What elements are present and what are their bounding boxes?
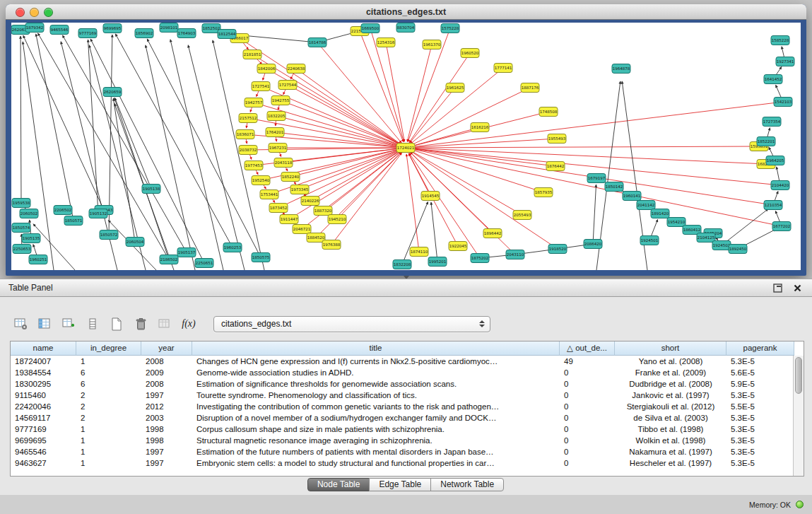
import-table-icon[interactable] bbox=[155, 315, 174, 333]
graph-node-label: 1764201 bbox=[266, 130, 284, 134]
table-cell-year: 2008 bbox=[141, 378, 192, 390]
table-toolbar: f(x) citations_edges.txt bbox=[11, 314, 490, 334]
create-column-icon[interactable] bbox=[59, 315, 78, 333]
close-window-button[interactable] bbox=[16, 8, 25, 17]
table-cell-short: Wolkin et al. (1998) bbox=[615, 435, 726, 446]
show-columns-icon[interactable] bbox=[35, 315, 54, 333]
graph-node-label: 2043118 bbox=[275, 160, 293, 165]
table-cell-pagerank: 5.3E-5 bbox=[726, 435, 794, 446]
table-cell-title: Estimation of the future numbers of pati… bbox=[192, 446, 560, 457]
table-row[interactable]: 911546021997Tourette syndrome. Phenomeno… bbox=[11, 390, 804, 401]
graph-node-label: 1911447 bbox=[281, 217, 298, 221]
table-cell-title: Embryonic stem cells: a model to study s… bbox=[192, 457, 560, 469]
graph-node-label: 1852240 bbox=[282, 175, 300, 179]
graph-node-label: 1832208 bbox=[394, 262, 411, 267]
table-cell-title: Corpus callosum shape and size in male p… bbox=[192, 424, 560, 435]
table-panel-header: Table Panel bbox=[0, 279, 812, 297]
table-mode-icon[interactable] bbox=[11, 315, 30, 333]
column-header-year[interactable]: year bbox=[141, 341, 192, 356]
function-builder-icon[interactable]: f(x) bbox=[180, 315, 198, 333]
graph-node-label: 1879342 bbox=[26, 25, 44, 30]
close-panel-icon[interactable] bbox=[792, 283, 802, 293]
table-cell-out_degree: 0 bbox=[560, 435, 615, 446]
table-cell-name: 18300295 bbox=[11, 378, 76, 390]
table-cell-year: 1998 bbox=[141, 424, 192, 435]
table-vertical-scrollbar[interactable] bbox=[793, 356, 804, 476]
table-cell-name: 14569117 bbox=[11, 412, 76, 424]
minimize-window-button[interactable] bbox=[30, 8, 39, 17]
table-cell-title: Disruption of a novel member of a sodium… bbox=[192, 412, 560, 424]
graph-node-label: 1210354 bbox=[765, 203, 782, 207]
graph-node-label: 1748508 bbox=[540, 110, 558, 114]
table-cell-short: Tibbo et al. (1998) bbox=[615, 424, 726, 435]
tab-network-table[interactable]: Network Table bbox=[430, 478, 504, 491]
table-cell-in_degree: 6 bbox=[76, 378, 141, 390]
float-panel-icon[interactable] bbox=[772, 283, 782, 293]
column-header-short[interactable]: short bbox=[615, 341, 726, 356]
graph-node-label: 1945210 bbox=[329, 217, 346, 221]
graph-node-label: 2038732 bbox=[240, 148, 257, 152]
graph-node-label: 1724021 bbox=[397, 146, 415, 150]
table-cell-name: 18724007 bbox=[11, 356, 76, 367]
scrollbar-thumb[interactable] bbox=[795, 357, 802, 394]
table-row[interactable]: 1456911722003Disruption of a novel membe… bbox=[11, 412, 804, 424]
window-titlebar[interactable]: citations_edges.txt bbox=[6, 4, 806, 20]
table-cell-title: Estimation of significance thresholds fo… bbox=[192, 378, 560, 390]
zoom-window-button[interactable] bbox=[44, 8, 53, 17]
graph-node-label: 1850575 bbox=[252, 255, 270, 259]
table-cell-pagerank: 5.9E-5 bbox=[726, 378, 794, 390]
graph-node-label: 2181851 bbox=[244, 52, 261, 57]
graph-node-label: 1973345 bbox=[291, 187, 309, 192]
column-header-title[interactable]: title bbox=[192, 341, 560, 356]
table-row[interactable]: 1872400712008Changes of HCN gene express… bbox=[11, 356, 804, 367]
table-row[interactable]: 1938455462009Genome-wide association stu… bbox=[11, 367, 804, 378]
column-header-pagerank[interactable]: pagerank bbox=[726, 341, 794, 356]
table-row[interactable]: 2242004622012Investigating the contribut… bbox=[11, 401, 804, 412]
table-cell-pagerank: 5.3E-5 bbox=[726, 424, 794, 435]
new-table-icon[interactable] bbox=[107, 315, 126, 333]
table-selector-dropdown[interactable]: citations_edges.txt bbox=[213, 316, 490, 332]
window-title: citations_edges.txt bbox=[6, 4, 806, 20]
network-canvas[interactable]: 1724021196137019605201777141188717617485… bbox=[11, 23, 801, 270]
graph-node-label: 1954210 bbox=[668, 220, 686, 224]
column-header-name[interactable]: name bbox=[11, 341, 76, 356]
tab-node-table[interactable]: Node Table bbox=[307, 478, 370, 491]
graph-node-label: 1905135 bbox=[23, 236, 40, 240]
table-cell-year: 2003 bbox=[141, 412, 192, 424]
graph-node-label: 1860412 bbox=[683, 228, 701, 232]
graph-node-label: 1727354 bbox=[763, 119, 781, 124]
tab-edge-table[interactable]: Edge Table bbox=[369, 478, 431, 491]
delete-table-icon[interactable] bbox=[131, 315, 150, 333]
table-row[interactable]: 977716911998Corpus callosum shape and si… bbox=[11, 424, 804, 435]
table-row[interactable]: 1830029562008Estimation of significance … bbox=[11, 378, 804, 390]
function-builder-label: f(x) bbox=[182, 318, 195, 329]
row-height-icon[interactable] bbox=[83, 315, 102, 333]
graph-node-label: 1976388 bbox=[323, 243, 341, 247]
table-cell-out_degree: 0 bbox=[560, 401, 615, 412]
graph-node-label: 1922045 bbox=[449, 244, 467, 248]
graph-node-label: 1764903 bbox=[178, 31, 196, 35]
graph-node-label: 1842006 bbox=[258, 66, 276, 71]
graph-node-label: 1964878 bbox=[613, 66, 630, 71]
graph-node-label: 1995201 bbox=[429, 259, 447, 264]
table-cell-out_degree: 0 bbox=[560, 446, 615, 457]
table-cell-name: 9115460 bbox=[11, 390, 76, 401]
table-row[interactable]: 946554611997Estimation of the future num… bbox=[11, 446, 804, 457]
column-header-in_degree[interactable]: in_degree bbox=[76, 341, 141, 356]
graph-node-label: 2043110 bbox=[507, 252, 524, 257]
column-header-out_degree[interactable]: △ out_de... bbox=[560, 341, 615, 356]
graph-node-label: 1850574 bbox=[13, 226, 30, 230]
graph-node-label: 1876442 bbox=[547, 164, 565, 168]
graph-node-label: 1924501 bbox=[641, 238, 659, 243]
graph-node-label: 9699695 bbox=[104, 26, 122, 30]
table-row[interactable]: 946362711997Embryonic stem cells: a mode… bbox=[11, 457, 804, 469]
graph-node-label: 2206502 bbox=[54, 208, 72, 212]
table-cell-year: 1998 bbox=[141, 435, 192, 446]
table-cell-short: Nakamura et al. (1997) bbox=[615, 446, 726, 457]
graph-node-label: 2250651 bbox=[196, 261, 213, 265]
table-selector-value: citations_edges.txt bbox=[221, 319, 477, 329]
table-cell-short: Hescheler et al. (1997) bbox=[615, 457, 726, 469]
table-row[interactable]: 969969511998Structural magnetic resonanc… bbox=[11, 435, 804, 446]
table-cell-title: Changes of HCN gene expression and I(f) … bbox=[192, 356, 560, 367]
graph-node-label: 2098101 bbox=[160, 25, 178, 30]
